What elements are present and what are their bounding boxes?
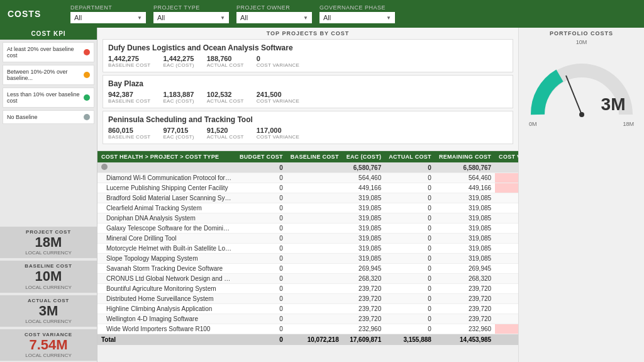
cost-variance-sub: LOCAL CURRENCY: [1, 353, 96, 358]
table-cell: 0: [385, 183, 435, 193]
table-cell: 239,720: [343, 304, 386, 314]
table-row[interactable]: Bountiful Agriculture Monitoring System0…: [97, 284, 518, 294]
table-cell-name: Clearfield Animal Tracking System: [97, 203, 236, 213]
table-row[interactable]: Mineral Core Drilling Tool0319,0850319,0…: [97, 234, 518, 244]
metric-label: BASELINE COST: [108, 98, 150, 104]
table-cell: 239,720: [435, 304, 495, 314]
table-cell: 0: [236, 244, 287, 254]
table-cell: 0: [236, 304, 287, 314]
table-cell: [287, 162, 343, 173]
col-header-budget: BUDGET COST: [236, 151, 287, 162]
table-cell: 239,720: [343, 294, 386, 304]
col-header-remaining: REMAINING COST: [435, 151, 495, 162]
footer-baseline: 10,072,218: [287, 334, 343, 346]
project-cost-sub: LOCAL CURRENCY: [1, 250, 96, 256]
table-row[interactable]: Motorcycle Helmet with Built-in Satellit…: [97, 244, 518, 254]
governance-phase-filter-wrapper: All: [319, 12, 395, 23]
kpi-dot-green: [84, 94, 90, 101]
table-cell: 564,460: [435, 173, 495, 183]
table-cell: [287, 264, 343, 274]
table-row[interactable]: Lucerne Publishing Shipping Center Facil…: [97, 183, 518, 193]
table-cell-name: Bradford Solid Material Laser Scanning S…: [97, 193, 236, 203]
project-type-select[interactable]: All: [153, 12, 229, 23]
baseline-cost-sub: LOCAL CURRENCY: [1, 285, 96, 290]
table-cell: 239,720: [495, 284, 518, 294]
table-row[interactable]: Slope Topology Mapping System0319,085031…: [97, 254, 518, 264]
table-cell: 239,720: [495, 304, 518, 314]
table-cell: [287, 314, 343, 324]
kpi-text-3: Less than 10% over baseline cost: [7, 91, 80, 104]
kpi-dot-yellow: [84, 72, 90, 78]
metric-value: 860,015: [108, 127, 150, 134]
table-section[interactable]: COST HEALTH > PROJECT > COST TYPE BUDGET…: [97, 151, 518, 362]
actual-cost-sub: LOCAL CURRENCY: [1, 319, 96, 324]
table-cell: 319,085: [495, 244, 518, 254]
table-row[interactable]: Clearfield Animal Tracking System0319,08…: [97, 203, 518, 213]
table-header-row: COST HEALTH > PROJECT > COST TYPE BUDGET…: [97, 151, 518, 162]
table-cell: [287, 213, 343, 223]
table-row[interactable]: Diamond Wi-fi Communication Protocol for…: [97, 173, 518, 183]
department-select[interactable]: All: [70, 12, 146, 23]
project-card[interactable]: Bay Plaza942,387BASELINE COST1,183,887EA…: [103, 75, 513, 108]
status-circle-icon: [101, 164, 108, 170]
table-cell: [287, 254, 343, 264]
svg-point-1: [579, 112, 584, 117]
metric-value: 0: [257, 55, 300, 62]
table-cell-name: Savanah Storm Tracking Device Software: [97, 264, 236, 274]
project-metrics: 860,015BASELINE COST977,015EAC (COST)91,…: [108, 127, 508, 140]
project-card[interactable]: Peninsula Scheduling and Tracking Tool86…: [103, 111, 513, 144]
col-header-project: COST HEALTH > PROJECT > COST TYPE: [97, 151, 236, 162]
project-card[interactable]: Dufy Dunes Logistics and Ocean Analysis …: [103, 39, 513, 72]
project-metric-item: 91,520ACTUAL COST: [207, 127, 244, 140]
table-cell: 319,085: [343, 203, 386, 213]
table-row[interactable]: Bradford Solid Material Laser Scanning S…: [97, 193, 518, 203]
kpi-item-2: Between 10%-20% over baseline...: [3, 65, 94, 85]
table-row[interactable]: Wellington 4-D Imaging Software0239,7200…: [97, 314, 518, 324]
projects-container: Dufy Dunes Logistics and Ocean Analysis …: [103, 39, 513, 144]
metric-value: 1,442,275: [108, 55, 150, 62]
table-cell: 6,580,767: [495, 162, 518, 173]
table-row[interactable]: Savanah Storm Tracking Device Software02…: [97, 264, 518, 274]
footer-variance: 7,537,654: [495, 334, 518, 346]
gauge-value: 3M: [601, 94, 626, 115]
main-content: COST KPI At least 20% over baseline cost…: [0, 28, 644, 362]
table-row[interactable]: Doniphan DNA Analysis System0319,0850319…: [97, 213, 518, 223]
table-cell: 319,085: [495, 203, 518, 213]
table-cell: [287, 223, 343, 234]
project-owner-select[interactable]: All: [236, 12, 312, 23]
table-cell: 0: [385, 254, 435, 264]
project-owner-filter-group: PROJECT OWNER All: [236, 4, 312, 23]
table-cell: 268,320: [343, 274, 386, 284]
col-header-actual: ACTUAL COST: [385, 151, 435, 162]
table-row[interactable]: CRONUS Ltd Global Network Design and Dev…: [97, 274, 518, 284]
kpi-section: At least 20% over baseline cost Between …: [0, 40, 97, 225]
table-cell: 564,460: [495, 173, 518, 183]
table-cell: [287, 183, 343, 193]
department-filter-group: DEPARTMENT All: [70, 4, 146, 23]
sidebar-title: COST KPI: [0, 28, 97, 40]
table-body: 06,580,76706,580,7676,580,767Diamond Wi-…: [97, 162, 518, 334]
table-cell: 319,085: [435, 223, 495, 234]
table-cell-name: Wellington 4-D Imaging Software: [97, 314, 236, 324]
metric-value: 91,520: [207, 127, 244, 134]
footer-budget: 0: [236, 334, 287, 346]
table-row[interactable]: Highline Climbing Analysis Application02…: [97, 304, 518, 314]
table-cell: [287, 234, 343, 244]
table-cell: 239,720: [495, 314, 518, 324]
table-cell-name: Distributed Home Surveillance System: [97, 294, 236, 304]
baseline-cost-value: 10M: [1, 269, 96, 284]
governance-phase-select[interactable]: All: [319, 12, 395, 23]
gauge-labels: 0M 18M: [524, 121, 639, 127]
table-cell-name: CRONUS Ltd Global Network Design and Dev…: [97, 274, 236, 284]
center-panel: TOP PROJECTS BY COST Dufy Dunes Logistic…: [97, 28, 518, 362]
table-cell: 319,085: [435, 203, 495, 213]
table-row[interactable]: 06,580,76706,580,7676,580,767: [97, 162, 518, 173]
table-cell: 0: [385, 324, 435, 334]
table-row[interactable]: Wide World Importers Software R1000232,9…: [97, 324, 518, 334]
project-metric-item: 1,183,887EAC (COST): [163, 91, 194, 104]
footer-remaining: 14,453,985: [435, 334, 495, 346]
table-cell: 0: [236, 294, 287, 304]
table-row[interactable]: Galaxy Telescope Software for the Domini…: [97, 223, 518, 234]
table-row[interactable]: Distributed Home Surveillance System0239…: [97, 294, 518, 304]
metric-label: EAC (COST): [163, 62, 194, 68]
